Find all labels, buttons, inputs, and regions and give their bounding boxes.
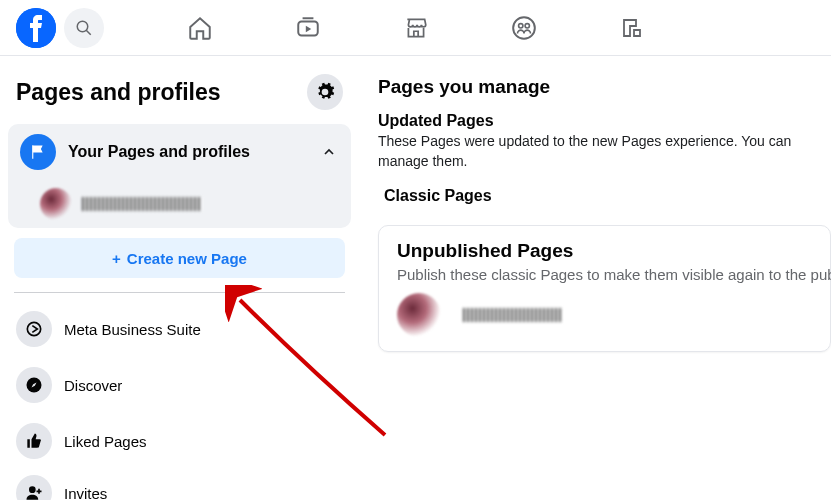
create-new-page-button[interactable]: + Create new Page — [14, 238, 345, 278]
your-pages-section: Your Pages and profiles — [8, 124, 351, 228]
svg-point-6 — [518, 24, 522, 28]
divider — [14, 292, 345, 293]
sidebar-item-label: Discover — [64, 377, 122, 394]
your-pages-toggle[interactable]: Your Pages and profiles — [8, 124, 351, 180]
meta-business-suite-icon — [16, 311, 52, 347]
gaming-icon — [620, 16, 644, 40]
svg-point-7 — [525, 24, 529, 28]
sidebar-title: Pages and profiles — [16, 79, 221, 106]
thumb-up-icon — [16, 423, 52, 459]
sidebar: Pages and profiles Your Pages and profil… — [0, 56, 360, 500]
sidebar-item-invites[interactable]: Invites 7 new — [8, 469, 351, 500]
groups-icon — [511, 15, 537, 41]
svg-point-1 — [77, 21, 88, 32]
unpublished-pages-card: Unpublished Pages Publish these classic … — [378, 225, 831, 352]
page-name-redacted — [82, 197, 202, 211]
sidebar-item-meta-business-suite[interactable]: Meta Business Suite — [8, 301, 351, 357]
content-heading: Pages you manage — [378, 76, 831, 98]
watch-tab[interactable] — [294, 14, 322, 42]
content-area: Pages you manage Updated Pages These Pag… — [360, 56, 831, 500]
svg-point-5 — [513, 17, 535, 39]
updated-pages-title: Updated Pages — [378, 112, 831, 130]
svg-line-2 — [86, 30, 91, 35]
updated-pages-desc: These Pages were updated to the new Page… — [378, 132, 831, 171]
facebook-logo-icon — [16, 8, 56, 48]
top-nav — [0, 0, 831, 56]
gaming-tab[interactable] — [618, 14, 646, 42]
page-avatar — [397, 293, 441, 337]
your-pages-label: Your Pages and profiles — [68, 143, 319, 161]
watch-icon — [295, 15, 321, 41]
sidebar-item-label: Invites — [64, 485, 107, 501]
chevron-up-icon — [319, 142, 339, 162]
page-avatar — [40, 188, 72, 220]
page-name-redacted — [463, 308, 563, 322]
invite-icon — [16, 475, 52, 500]
main-area: Pages and profiles Your Pages and profil… — [0, 56, 831, 500]
unpublished-desc: Publish these classic Pages to make them… — [397, 266, 812, 283]
sidebar-item-liked-pages[interactable]: Liked Pages — [8, 413, 351, 469]
flag-icon — [20, 134, 56, 170]
search-icon — [75, 19, 93, 37]
search-button[interactable] — [64, 8, 104, 48]
plus-icon: + — [112, 250, 121, 267]
compass-icon — [16, 367, 52, 403]
classic-pages-title: Classic Pages — [384, 187, 831, 205]
sidebar-item-label: Meta Business Suite — [64, 321, 201, 338]
page-item[interactable] — [8, 180, 351, 228]
settings-button[interactable] — [307, 74, 343, 110]
groups-tab[interactable] — [510, 14, 538, 42]
classic-pages-section: Classic Pages — [378, 187, 831, 205]
home-icon — [187, 15, 213, 41]
gear-icon — [315, 82, 335, 102]
facebook-logo[interactable] — [16, 8, 56, 48]
unpublished-page-item[interactable] — [397, 293, 812, 337]
svg-point-10 — [29, 486, 36, 493]
create-new-page-label: Create new Page — [127, 250, 247, 267]
sidebar-header: Pages and profiles — [8, 66, 351, 118]
nav-tabs — [0, 0, 831, 56]
marketplace-icon — [403, 15, 429, 41]
marketplace-tab[interactable] — [402, 14, 430, 42]
sidebar-item-label: Liked Pages — [64, 433, 147, 450]
home-tab[interactable] — [186, 14, 214, 42]
sidebar-item-discover[interactable]: Discover — [8, 357, 351, 413]
unpublished-title: Unpublished Pages — [397, 240, 812, 262]
